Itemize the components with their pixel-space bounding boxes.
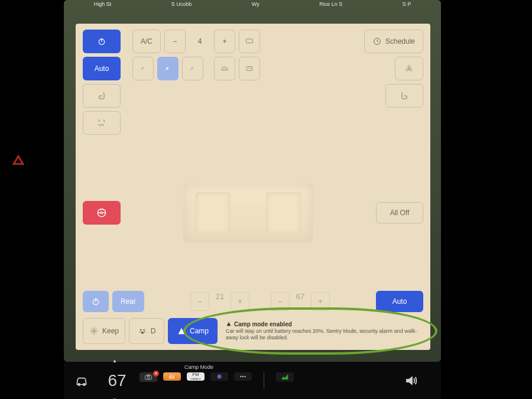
map-street-labels: High StS UcobbWyRice Ln SS P: [64, 1, 441, 7]
rear-temp-right-plus[interactable]: +: [311, 292, 330, 311]
svg-rect-4: [246, 67, 252, 71]
temperature-control[interactable]: ▲ 67 ▼: [99, 362, 135, 399]
biohazard-button[interactable]: [395, 57, 423, 80]
svg-point-31: [242, 375, 244, 377]
svg-point-16: [140, 331, 141, 332]
airflow-face-button[interactable]: [132, 57, 154, 80]
rear-temp-left-minus[interactable]: −: [190, 292, 209, 311]
svg-point-15: [143, 329, 145, 330]
keep-tab[interactable]: Keep: [83, 318, 125, 344]
auto-button[interactable]: Auto: [83, 57, 121, 80]
fan-minus-button[interactable]: −: [164, 30, 186, 53]
dog-tab[interactable]: D: [129, 318, 164, 344]
seat-heater-right-button[interactable]: [385, 84, 423, 108]
svg-point-32: [244, 375, 245, 377]
dashcam-app-icon[interactable]: [210, 372, 228, 381]
svg-rect-27: [173, 375, 174, 378]
energy-app-icon[interactable]: [276, 372, 294, 382]
airflow-feet-button[interactable]: [157, 57, 179, 80]
rear-temp-right-minus[interactable]: −: [271, 292, 290, 311]
svg-rect-26: [172, 377, 173, 379]
seat-heater-left-button[interactable]: [83, 84, 121, 108]
ac-button[interactable]: A/C: [132, 30, 161, 53]
svg-rect-2: [246, 39, 253, 43]
svg-point-8: [410, 69, 412, 71]
defrost-rear-button[interactable]: [239, 57, 260, 80]
chevron-up-icon[interactable]: ▲: [112, 358, 117, 364]
svg-point-17: [144, 331, 145, 332]
rear-auto-button[interactable]: Auto: [376, 291, 423, 312]
all-off-button[interactable]: All Off: [376, 202, 423, 223]
climate-panel: A/C − 4 + Schedule Auto: [76, 24, 430, 350]
wiper-heat-button[interactable]: [83, 111, 121, 135]
car-app-icon[interactable]: [64, 362, 99, 399]
music-app-icon[interactable]: [163, 372, 181, 381]
rear-temp-right-value: 67: [293, 292, 307, 311]
svg-point-18: [141, 331, 144, 333]
svg-point-6: [408, 66, 410, 68]
svg-point-22: [147, 376, 150, 378]
rear-power-button[interactable]: [83, 291, 109, 312]
car-interior-illustration: [171, 174, 325, 251]
rear-temp-left-value: 21: [213, 292, 227, 311]
power-button[interactable]: [83, 30, 121, 53]
fm-radio-icon[interactable]: FM: [187, 372, 205, 381]
mode-description: Camp mode enabled Car will stay on until…: [221, 318, 423, 344]
svg-rect-25: [171, 374, 171, 378]
tent-icon: [226, 321, 232, 327]
rear-label-button[interactable]: Rear: [112, 291, 144, 312]
svg-point-30: [240, 375, 241, 377]
svg-point-13: [93, 330, 95, 332]
fan-speed-value: 4: [189, 30, 210, 53]
dock-divider: [264, 372, 264, 389]
volume-control[interactable]: [394, 362, 429, 399]
bottom-dock: Camp Mode ▲ 67 ▼ ✕ FM: [64, 362, 441, 399]
more-apps-icon[interactable]: [234, 372, 252, 381]
hazard-icon: [12, 154, 25, 167]
svg-point-10: [100, 212, 102, 213]
notification-badge: ✕: [153, 371, 159, 377]
rear-temp-left-plus[interactable]: +: [231, 292, 249, 311]
airflow-both-button[interactable]: [182, 57, 203, 80]
touchscreen-frame: High StS UcobbWyRice Ln SS P A/C − 4 + S…: [64, 0, 441, 362]
svg-point-7: [406, 69, 408, 71]
camp-mode-label: Camp Mode: [184, 364, 213, 370]
schedule-button[interactable]: Schedule: [364, 30, 423, 53]
fan-plus-button[interactable]: +: [214, 30, 235, 53]
camp-tab[interactable]: Camp: [168, 318, 218, 344]
svg-point-29: [219, 375, 220, 377]
svg-point-14: [140, 329, 142, 330]
defrost-front-button[interactable]: [214, 57, 235, 80]
steering-wheel-heat-button[interactable]: [83, 201, 121, 225]
camera-app-icon[interactable]: ✕: [140, 372, 157, 382]
display-icon[interactable]: [239, 30, 260, 53]
svg-rect-24: [169, 375, 170, 378]
